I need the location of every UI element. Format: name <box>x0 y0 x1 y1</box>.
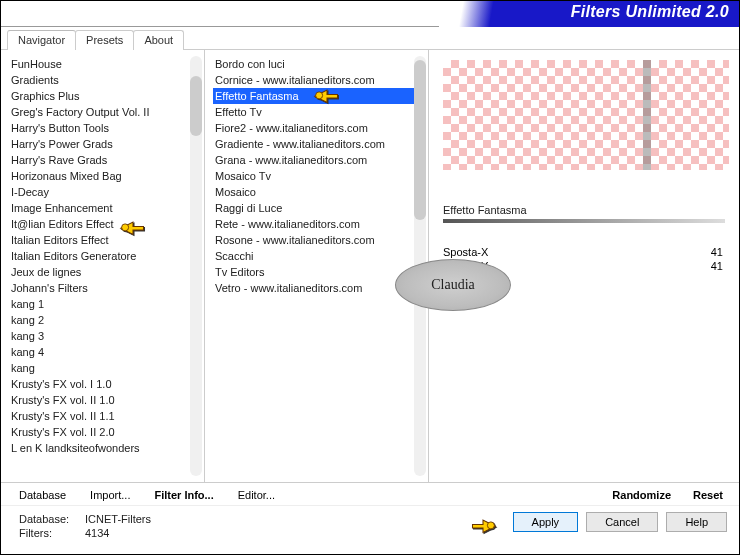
filter-item[interactable]: Bordo con luci <box>213 56 426 72</box>
filter-item[interactable]: Gradiente - www.italianeditors.com <box>213 136 426 152</box>
scrollbar-thumb[interactable] <box>190 76 202 136</box>
category-item[interactable]: kang 3 <box>9 328 202 344</box>
tab-strip: Navigator Presets About <box>1 29 739 50</box>
category-item[interactable]: Greg's Factory Output Vol. II <box>9 104 202 120</box>
tab-navigator[interactable]: Navigator <box>7 30 76 50</box>
help-button[interactable]: Help <box>666 512 727 532</box>
database-button[interactable]: Database <box>19 489 66 501</box>
category-item[interactable]: L en K landksiteofwonders <box>9 440 202 456</box>
status-db-label: Database: <box>19 512 77 526</box>
tab-presets[interactable]: Presets <box>75 30 134 50</box>
selected-filter-name: Effetto Fantasma <box>443 204 527 216</box>
filter-item[interactable]: Rosone - www.italianeditors.com <box>213 232 426 248</box>
tab-about[interactable]: About <box>133 30 184 50</box>
app-title: Filters Unlimited 2.0 <box>571 3 729 21</box>
filter-item[interactable]: Grana - www.italianeditors.com <box>213 152 426 168</box>
preview-overlay <box>643 60 651 170</box>
category-item[interactable]: Krusty's FX vol. II 1.0 <box>9 392 202 408</box>
bottom-toolbar: Database Import... Filter Info... Editor… <box>1 482 739 505</box>
filter-item[interactable]: Scacchi <box>213 248 426 264</box>
main-area: FunHouseGradientsGraphics PlusGreg's Fac… <box>1 50 739 482</box>
selected-filter-label: Effetto Fantasma <box>443 204 725 223</box>
parameter-row[interactable]: Sposta-X41 <box>439 245 729 259</box>
category-item[interactable]: Harry's Rave Grads <box>9 152 202 168</box>
category-item[interactable]: Image Enhancement <box>9 200 202 216</box>
scrollbar-thumb[interactable] <box>414 60 426 220</box>
filter-item[interactable]: Mosaico <box>213 184 426 200</box>
category-item[interactable]: FunHouse <box>9 56 202 72</box>
filter-item[interactable]: Fiore2 - www.italianeditors.com <box>213 120 426 136</box>
category-item[interactable]: Graphics Plus <box>9 88 202 104</box>
category-item[interactable]: Horizonaus Mixed Bag <box>9 168 202 184</box>
parameter-value: 41 <box>711 260 723 272</box>
watermark-text: Claudia <box>431 277 475 293</box>
category-item[interactable]: kang 4 <box>9 344 202 360</box>
filter-item[interactable]: Rete - www.italianeditors.com <box>213 216 426 232</box>
category-item[interactable]: kang 2 <box>9 312 202 328</box>
reset-button[interactable]: Reset <box>693 489 723 501</box>
category-item[interactable]: Harry's Power Grads <box>9 136 202 152</box>
status-filters-value: 4134 <box>85 526 109 540</box>
apply-button[interactable]: Apply <box>513 512 579 532</box>
filter-item[interactable]: Effetto Tv <box>213 104 426 120</box>
filter-item[interactable]: Tv Editors <box>213 264 426 280</box>
filter-item[interactable]: Effetto Fantasma <box>213 88 426 104</box>
category-scrollbar[interactable] <box>190 56 202 476</box>
randomize-button[interactable]: Randomize <box>612 489 671 501</box>
category-item[interactable]: Krusty's FX vol. I 1.0 <box>9 376 202 392</box>
category-item[interactable]: kang 1 <box>9 296 202 312</box>
category-item[interactable]: Krusty's FX vol. II 2.0 <box>9 424 202 440</box>
category-item[interactable]: Johann's Filters <box>9 280 202 296</box>
category-item[interactable]: Krusty's FX vol. II 1.1 <box>9 408 202 424</box>
import-button[interactable]: Import... <box>90 489 130 501</box>
status-filters-label: Filters: <box>19 526 77 540</box>
status-bar: Database: ICNET-Filters Filters: 4134 Ap… <box>1 505 739 548</box>
category-list[interactable]: FunHouseGradientsGraphics PlusGreg's Fac… <box>9 56 202 456</box>
category-item[interactable]: Jeux de lignes <box>9 264 202 280</box>
watermark-stamp: Claudia <box>395 259 511 311</box>
category-item[interactable]: Harry's Button Tools <box>9 120 202 136</box>
filter-item[interactable]: Vetro - www.italianeditors.com <box>213 280 426 296</box>
filter-item[interactable]: Cornice - www.italianeditors.com <box>213 72 426 88</box>
category-item[interactable]: kang <box>9 360 202 376</box>
parameter-value: 41 <box>711 246 723 258</box>
category-item[interactable]: Gradients <box>9 72 202 88</box>
cancel-button[interactable]: Cancel <box>586 512 658 532</box>
filter-info-button[interactable]: Filter Info... <box>154 489 213 501</box>
category-item[interactable]: It@lian Editors Effect <box>9 216 202 232</box>
title-bar: Filters Unlimited 2.0 <box>1 1 739 27</box>
category-panel: FunHouseGradientsGraphics PlusGreg's Fac… <box>1 50 205 482</box>
filter-item[interactable]: Raggi di Luce <box>213 200 426 216</box>
filter-item[interactable]: Mosaico Tv <box>213 168 426 184</box>
editor-button[interactable]: Editor... <box>238 489 275 501</box>
parameter-name: Sposta-X <box>443 246 488 258</box>
category-item[interactable]: I-Decay <box>9 184 202 200</box>
status-db-value: ICNET-Filters <box>85 512 151 526</box>
preview-image <box>443 60 729 170</box>
category-item[interactable]: Italian Editors Effect <box>9 232 202 248</box>
category-item[interactable]: Italian Editors Generatore <box>9 248 202 264</box>
dialog-buttons: Apply Cancel Help <box>513 512 727 532</box>
filter-panel: Bordo con luciCornice - www.italianedito… <box>205 50 429 482</box>
filter-list[interactable]: Bordo con luciCornice - www.italianedito… <box>213 56 426 296</box>
